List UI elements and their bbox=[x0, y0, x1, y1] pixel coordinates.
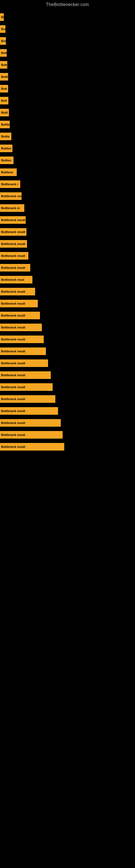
bar-label: Bottleneck result bbox=[1, 254, 25, 257]
bar-row: Bottl bbox=[0, 72, 135, 82]
bar-row: Bott bbox=[0, 60, 135, 70]
bar-row: Bottleneck result bbox=[0, 286, 135, 297]
bar: Bottleneck result bbox=[0, 288, 35, 296]
bar-label: Bottl bbox=[1, 75, 8, 79]
bar-row: Bottleneck result bbox=[0, 394, 135, 404]
bar-label: Bottleneck result bbox=[1, 350, 25, 353]
bar-row: Bottleneck result bbox=[0, 227, 135, 237]
site-title-container: TheBottlenecker.com bbox=[0, 0, 135, 9]
bar-label: Bottleneck result bbox=[1, 302, 25, 305]
bar: Bott bbox=[0, 37, 6, 45]
bar: Bottl bbox=[0, 73, 8, 81]
bar-row: Bottle bbox=[0, 131, 135, 142]
bar-label: Bottle bbox=[1, 135, 9, 138]
bar-row: Bottleneck result bbox=[0, 430, 135, 440]
bar-label: Bottleneck resul bbox=[1, 278, 24, 281]
bar: Bott bbox=[0, 61, 7, 69]
bar-row: Bottleneck result bbox=[0, 358, 135, 368]
bar-row: Bottleneck result bbox=[0, 322, 135, 333]
bar: Bott bbox=[0, 85, 8, 93]
bar-row: Bott bbox=[0, 36, 135, 46]
bar-row: Bot bbox=[0, 24, 135, 34]
bar-label: Bottleneck re bbox=[1, 207, 20, 210]
bar-label: Bottleneck result bbox=[1, 266, 25, 269]
bar-row: Bottleneck result bbox=[0, 251, 135, 261]
bar-label: Bott bbox=[1, 87, 7, 90]
bar-row: Bottleneck result bbox=[0, 370, 135, 380]
bar-label: Bottleneck result bbox=[1, 326, 25, 329]
bar: Bottleneck result bbox=[0, 323, 42, 331]
bar-row: Bott bbox=[0, 95, 135, 106]
bar-label: Bottleneck result bbox=[1, 397, 25, 401]
bar-row: Bottlen bbox=[0, 155, 135, 165]
bar: Bottleneck result bbox=[0, 228, 27, 236]
site-title: TheBottlenecker.com bbox=[0, 0, 135, 9]
bar-row: Bottleneck result bbox=[0, 418, 135, 428]
bar-row: Bottleneck re bbox=[0, 203, 135, 213]
bar-label: Bottleneck result bbox=[1, 362, 25, 365]
bar: Bottleneck result bbox=[0, 360, 48, 367]
bar-label: Bott bbox=[1, 99, 7, 102]
bar-label: Bo bbox=[1, 16, 4, 19]
bar-row: Bottlen bbox=[0, 143, 135, 154]
bar-label: Bottleneck result bbox=[1, 373, 25, 377]
bar-row: Bottle bbox=[0, 119, 135, 130]
bar: Bottleneck resul bbox=[0, 276, 32, 283]
bar-label: Bottleneck result bbox=[1, 433, 25, 436]
bar-label: Bottleneck r bbox=[1, 183, 18, 186]
bar: Bottleneck result bbox=[0, 395, 55, 403]
bar: Bottlen bbox=[0, 145, 12, 152]
bar-label: Bottleneck result bbox=[1, 242, 25, 246]
bar-label: Bottleneck result bbox=[1, 338, 25, 341]
bar-row: Bottleneck r bbox=[0, 179, 135, 189]
bar: Bottle bbox=[0, 121, 10, 128]
bar-label: Bottleneck result bbox=[1, 385, 25, 389]
bar-row: Bottleneck resul bbox=[0, 275, 135, 285]
bar-row: Bottleneck result bbox=[0, 406, 135, 416]
bar-label: Bottleneck result bbox=[1, 409, 25, 412]
bar: Bottleneck result bbox=[0, 443, 64, 451]
bar-label: Bottleneck result bbox=[1, 290, 25, 293]
bar: Bottleneck result bbox=[0, 300, 38, 307]
bar: Bottle bbox=[0, 133, 11, 140]
bar-label: Bottlen bbox=[1, 159, 11, 162]
bar: Bottleneck re bbox=[0, 204, 24, 212]
bar-label: Bottleneck result bbox=[1, 230, 25, 234]
bar: Bottleneck result bbox=[0, 407, 58, 415]
bar-row: Bottleneck result bbox=[0, 346, 135, 356]
bar: Bottleneck result bbox=[0, 216, 26, 224]
bar-label: Bottleneck result bbox=[1, 314, 25, 317]
bar: Bottleneck result bbox=[0, 336, 44, 343]
bar: Bottleneck result bbox=[0, 192, 21, 200]
bar-label: Bottleneck result bbox=[1, 445, 25, 448]
bar-label: Bot bbox=[1, 27, 5, 31]
bar: Bottleneck result bbox=[0, 383, 53, 391]
bar: Bottl bbox=[0, 109, 9, 116]
bar-row: Bott bbox=[0, 84, 135, 94]
bar-row: Bottleneck result bbox=[0, 239, 135, 249]
bar: Bottleneck r bbox=[0, 180, 20, 188]
bar: Bottleneck result bbox=[0, 419, 61, 427]
bar: Bottleneck result bbox=[0, 264, 30, 272]
bars-container: BoBotBottBottBottBottlBottBottBottlBottl… bbox=[0, 9, 135, 456]
bar: Bottleneck result bbox=[0, 347, 46, 355]
bar-row: Bottleneck result bbox=[0, 191, 135, 201]
bar-row: Bottleneck result bbox=[0, 299, 135, 309]
bar: Bo bbox=[0, 13, 4, 21]
bar: Bottleneck result bbox=[0, 252, 28, 259]
bar-row: Bottleneck result bbox=[0, 334, 135, 344]
bar-row: Bottleneck result bbox=[0, 310, 135, 321]
bar-label: Bottlene bbox=[1, 170, 13, 174]
bar: Bottlene bbox=[0, 168, 17, 176]
bar-row: Bottleneck result bbox=[0, 382, 135, 392]
bar-row: Bottleneck result bbox=[0, 262, 135, 273]
bar-row: Bottl bbox=[0, 107, 135, 118]
bar-label: Bottleneck result bbox=[1, 421, 25, 425]
bar: Bott bbox=[0, 49, 7, 57]
bar-row: Bott bbox=[0, 48, 135, 58]
bar: Bottleneck result bbox=[0, 312, 40, 319]
bar: Bottlen bbox=[0, 156, 13, 164]
bar: Bottleneck result bbox=[0, 371, 51, 379]
bar-row: Bottleneck result bbox=[0, 442, 135, 452]
bar-label: Bottlen bbox=[1, 147, 11, 150]
